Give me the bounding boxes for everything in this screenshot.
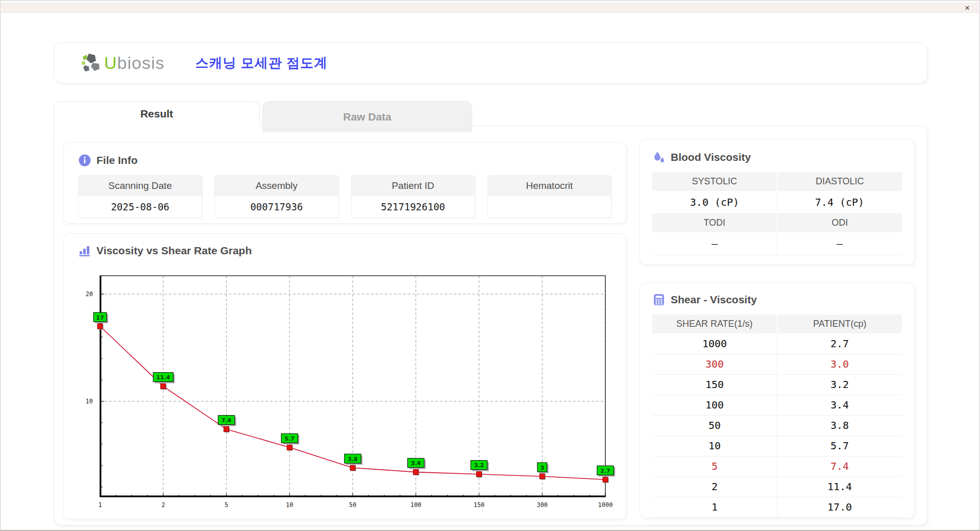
shear-cell: 3.4 (777, 395, 902, 415)
blood-header-row: TODIODI (652, 213, 902, 232)
shear-row: 117.0 (652, 497, 902, 517)
x-axis-label: 2 (161, 501, 165, 509)
data-point-label: 17 (96, 315, 104, 321)
app-title: 스캐닝 모세관 점도계 (195, 54, 328, 72)
shear-row: 503.8 (652, 415, 902, 436)
shear-cell: 5.7 (777, 436, 902, 456)
shear-cell: 300 (652, 354, 777, 374)
blood-value-cell: 7.4 (cP) (777, 191, 902, 213)
file-field-label: Assembly (215, 176, 338, 196)
droplets-icon (652, 151, 666, 164)
shear-header-cell: SHEAR RATE(1/s) (652, 315, 777, 333)
x-axis-label: 10 (286, 501, 293, 509)
shear-viscosity-card: Shear - Viscosity SHEAR RATE(1/s)PATIENT… (640, 282, 915, 518)
blood-header-row: SYSTOLICDIASTOLIC (652, 172, 902, 191)
x-axis-label: 5 (225, 501, 228, 509)
x-axis-label: 150 (474, 501, 485, 509)
tab-raw-data[interactable]: Raw Data (262, 101, 472, 132)
file-field-value (488, 196, 611, 218)
shear-cell: 17.0 (777, 497, 902, 517)
blood-viscosity-card: Blood Viscosity SYSTOLICDIASTOLIC3.0 (cP… (640, 139, 915, 265)
data-point-marker (603, 477, 608, 482)
data-point-label: 5.7 (285, 436, 295, 442)
shear-row: 105.7 (652, 436, 902, 456)
chart-wrap: 1020125105010015030010001711.47.45.73.83… (64, 264, 627, 519)
logo-text: Ubiosis (104, 53, 165, 73)
blood-value-cell: 3.0 (cP) (652, 191, 777, 213)
data-point-label: 3.4 (411, 460, 421, 467)
data-point-marker (224, 427, 229, 432)
shear-cell: 5 (652, 456, 777, 476)
shear-viscosity-title: Shear - Viscosity (671, 294, 757, 306)
shear-cell: 11.4 (777, 476, 902, 497)
shear-cell: 2 (652, 476, 777, 497)
y-axis-label: 20 (86, 291, 93, 298)
shear-header-row: SHEAR RATE(1/s)PATIENT(cp) (652, 315, 902, 333)
data-point-marker (477, 472, 482, 477)
shear-viscosity-table: SHEAR RATE(1/s)PATIENT(cp)10002.73003.01… (652, 315, 902, 518)
graph-title: Viscosity vs Shear Rate Graph (96, 245, 252, 257)
app-window: × Ubiosis 스캐닝 모세관 점도계 Result Raw Data (0, 0, 980, 531)
file-field: Patient ID52171926100 (351, 175, 475, 218)
data-point-label: 11.4 (156, 374, 170, 381)
graph-title-row: Viscosity vs Shear Rate Graph (78, 244, 611, 257)
shear-cell: 3.0 (777, 354, 902, 374)
file-field-value: 000717936 (215, 196, 338, 218)
shear-cell: 100 (652, 395, 777, 415)
data-point-label: 3 (540, 465, 544, 471)
tab-result[interactable]: Result (54, 101, 260, 126)
data-point-label: 3.8 (348, 456, 358, 463)
blood-value-cell: – (777, 232, 902, 255)
viscosity-chart: 1020125105010015030010001711.47.45.73.83… (64, 264, 627, 519)
data-point-marker (350, 465, 355, 470)
blood-header-cell: ODI (777, 213, 902, 232)
data-point-label: 3.2 (474, 462, 484, 469)
x-axis-label: 100 (410, 501, 422, 509)
shear-cell: 1000 (652, 333, 777, 354)
shear-row: 10002.7 (652, 333, 902, 354)
close-icon[interactable]: × (962, 3, 973, 14)
blood-value-row: 3.0 (cP)7.4 (cP) (652, 191, 902, 213)
file-field-value: 52171926100 (352, 196, 475, 218)
shear-row: 211.4 (652, 476, 902, 497)
file-info-card: File Info Scanning Date2025-08-06Assembl… (63, 142, 626, 224)
file-field-label: Patient ID (352, 176, 475, 196)
result-panel: File Info Scanning Date2025-08-06Assembl… (54, 126, 927, 525)
ubiosis-logo-icon (81, 52, 103, 74)
shear-cell: 1 (652, 497, 777, 517)
blood-header-cell: TODI (652, 213, 777, 232)
data-point-marker (413, 470, 419, 475)
shear-row: 3003.0 (652, 354, 902, 374)
shear-cell: 150 (652, 374, 777, 395)
title-bar: × (1, 3, 979, 13)
blood-viscosity-title-row: Blood Viscosity (652, 151, 902, 164)
info-icon (78, 154, 91, 167)
blood-header-cell: SYSTOLIC (652, 172, 777, 191)
graph-card: Viscosity vs Shear Rate Graph 1020125105… (63, 233, 626, 519)
blood-viscosity-title: Blood Viscosity (671, 151, 751, 163)
shear-viscosity-title-row: Shear - Viscosity (652, 293, 902, 306)
data-point-marker (161, 384, 166, 389)
file-field-label: Hematocrit (488, 176, 611, 196)
shear-cell: 3.8 (777, 415, 902, 436)
shear-row: 1503.2 (652, 374, 902, 395)
file-field-value: 2025-08-06 (79, 196, 202, 218)
file-field-label: Scanning Date (79, 176, 202, 196)
bar-chart-icon (78, 244, 91, 257)
data-point-label: 7.4 (222, 417, 232, 424)
x-axis-label: 1000 (598, 501, 613, 509)
shear-cell: 50 (652, 415, 777, 436)
shear-cell: 3.2 (777, 374, 902, 395)
blood-viscosity-table: SYSTOLICDIASTOLIC3.0 (cP)7.4 (cP)TODIODI… (652, 172, 902, 255)
blood-value-cell: – (652, 232, 777, 255)
shear-cell: 2.7 (777, 333, 902, 354)
shear-cell: 7.4 (777, 456, 902, 476)
blood-header-cell: DIASTOLIC (777, 172, 902, 191)
shear-cell: 10 (652, 436, 777, 456)
x-axis-label: 50 (349, 501, 356, 509)
file-info-fields: Scanning Date2025-08-06Assembly000717936… (78, 175, 611, 218)
file-info-title: File Info (96, 154, 138, 166)
shear-row: 1003.4 (652, 395, 902, 415)
header-card: Ubiosis 스캐닝 모세관 점도계 (54, 42, 927, 83)
file-info-title-row: File Info (78, 154, 611, 167)
